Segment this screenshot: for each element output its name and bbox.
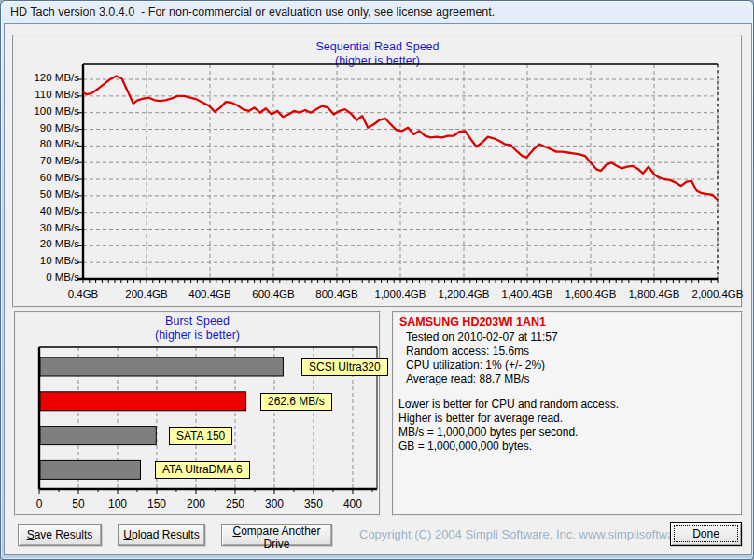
burst-chart-title: Burst Speed (higher is better)	[16, 315, 379, 343]
y-axis-label: 100 MB/s	[21, 105, 79, 117]
burst-bar	[40, 357, 283, 376]
y-axis-label: 10 MB/s	[21, 255, 79, 266]
sequential-read-chart	[76, 61, 725, 288]
drive-notes: Lower is better for CPU and random acces…	[398, 398, 619, 454]
drive-info-panel: SAMSUNG HD203WI 1AN1 Tested on 2010-02-0…	[392, 311, 743, 516]
sequential-chart-title-line1: Sequential Read Speed	[14, 40, 741, 54]
burst-speed-panel: Burst Speed (higher is better) SCSI Ultr…	[14, 311, 381, 516]
burst-x-axis-label: 250	[216, 497, 254, 511]
burst-bar-tag: SATA 150	[169, 427, 232, 445]
y-axis-label: 70 MB/s	[21, 155, 79, 166]
burst-chart-title-line1: Burst Speed	[16, 315, 379, 329]
drive-note-line: Higher is better for average read.	[398, 412, 619, 426]
window-client-area: Sequential Read Speed (higher is better)…	[4, 23, 752, 555]
burst-x-axis-label: 50	[60, 497, 97, 511]
sequential-read-panel: Sequential Read Speed (higher is better)…	[12, 35, 743, 308]
burst-x-axis-label: 150	[138, 497, 175, 511]
drive-stat-line: Random access: 15.6ms	[406, 344, 558, 358]
burst-bar	[40, 392, 246, 411]
y-axis-label: 40 MB/s	[21, 205, 79, 217]
upload-results-button[interactable]: Upload Results	[118, 524, 205, 546]
burst-x-axis-label: 100	[99, 497, 136, 511]
drive-stat-line: Tested on 2010-02-07 at 11:57	[406, 330, 558, 344]
drive-note-line: Lower is better for CPU and random acces…	[398, 398, 619, 412]
drive-name: SAMSUNG HD203WI 1AN1	[399, 315, 546, 329]
copyright-text: Copyright (C) 2004 Simpli Software, Inc.…	[359, 525, 667, 544]
y-axis-label: 0 MB/s	[21, 272, 79, 283]
y-axis-label: 30 MB/s	[21, 222, 79, 233]
x-axis-label: 2,000.4GB	[676, 288, 754, 300]
y-axis-label: 90 MB/s	[21, 122, 79, 133]
burst-x-axis-label: 400	[334, 497, 371, 511]
compare-another-drive-button[interactable]: Compare Another Drive	[221, 524, 332, 546]
y-axis-label: 80 MB/s	[21, 138, 79, 149]
y-axis-label: 20 MB/s	[21, 238, 79, 249]
drive-stats: Tested on 2010-02-07 at 11:57Random acce…	[406, 330, 558, 386]
save-results-button[interactable]: Save Results	[18, 524, 102, 546]
burst-x-axis-label: 300	[256, 497, 293, 511]
burst-bar	[40, 460, 141, 479]
burst-x-axis-label: 0	[21, 497, 58, 511]
burst-x-axis-label: 350	[295, 497, 332, 511]
drive-note-line: MB/s = 1,000,000 bytes per second.	[398, 426, 619, 440]
y-axis-label: 60 MB/s	[21, 172, 79, 183]
burst-x-axis-label: 200	[177, 497, 215, 511]
drive-stat-line: CPU utilization: 1% (+/- 2%)	[406, 358, 558, 372]
burst-bar-tag: SCSI Ultra320	[301, 358, 388, 376]
y-axis-label: 50 MB/s	[21, 189, 79, 200]
y-axis-label: 110 MB/s	[21, 89, 79, 100]
hd-tach-window: HD Tach version 3.0.4.0 - For non-commer…	[0, 0, 754, 560]
window-titlebar[interactable]: HD Tach version 3.0.4.0 - For non-commer…	[1, 1, 753, 23]
drive-stat-line: Average read: 88.7 MB/s	[406, 372, 558, 386]
window-title: HD Tach version 3.0.4.0 - For non-commer…	[10, 6, 495, 19]
burst-chart-title-line2: (higher is better)	[16, 329, 379, 343]
burst-bar-tag: 262.6 MB/s	[260, 393, 332, 411]
burst-bar-tag: ATA UltraDMA 6	[155, 461, 250, 479]
burst-bar	[40, 427, 156, 445]
drive-note-line: GB = 1,000,000,000 bytes.	[398, 440, 619, 454]
done-button[interactable]: Done	[670, 522, 742, 546]
y-axis-label: 120 MB/s	[21, 72, 79, 83]
